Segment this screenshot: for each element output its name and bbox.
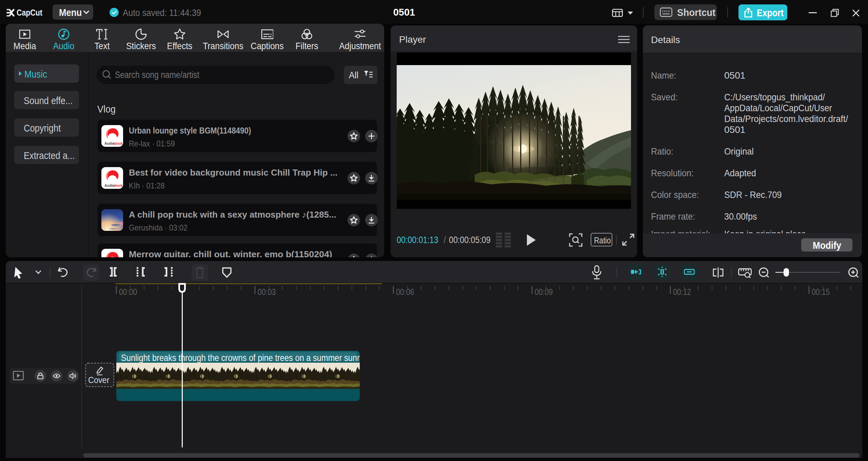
svg-text:stock: stock [113, 141, 123, 145]
svg-text:stock: stock [113, 183, 123, 187]
